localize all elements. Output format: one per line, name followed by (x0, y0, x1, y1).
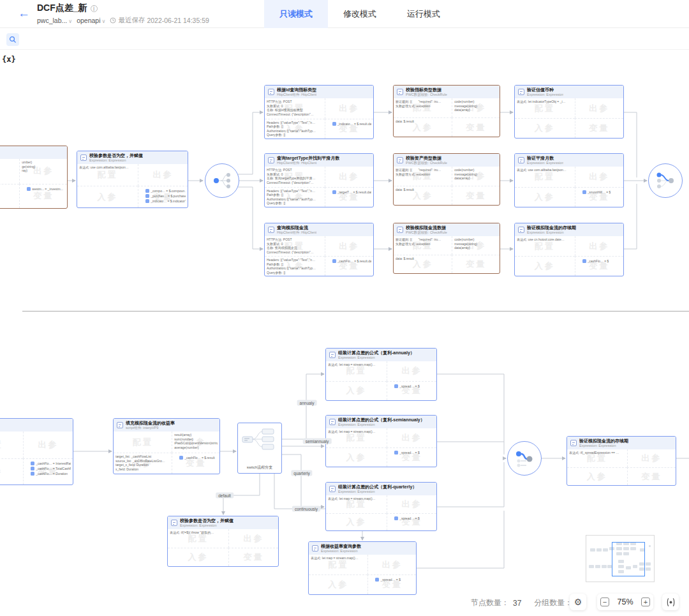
node-count-label: 节点数量： (471, 597, 509, 608)
flow-canvas[interactable]: 配置出参umber)ge(string)ray)入参变量westm... = _… (0, 0, 689, 616)
zoom-in-button[interactable]: + (638, 594, 653, 610)
env-select[interactable]: openapi∨ (77, 17, 105, 24)
settings-button[interactable]: ⚙ (570, 594, 586, 610)
info-icon[interactable]: i (91, 5, 98, 12)
tab-运行模式[interactable]: 运行模式 (392, 0, 456, 28)
canvas-footer: 节点数量： 37 分组数量： 0 ⚙ − 75% + (0, 592, 689, 613)
mode-tabs: 只读模式修改模式运行模式 (264, 0, 456, 28)
edge-label-semiannualy: semiannualy (303, 439, 332, 444)
tab-只读模式[interactable]: 只读模式 (264, 0, 328, 28)
fit-view-button[interactable] (662, 594, 679, 610)
minimap-viewport[interactable] (612, 542, 645, 576)
header: ← DCF点差_新 i pwc_lab...∨ openapi∨ 最近 (0, 0, 689, 28)
fit-view-icon (666, 597, 676, 607)
zoom-out-button[interactable]: − (597, 594, 612, 610)
edge-label-annualy: annualy (297, 400, 317, 406)
workspace-select[interactable]: pwc_lab...∨ (37, 17, 72, 24)
edge-labels-layer: annualysemiannualyquarterlydefaultcontin… (0, 0, 689, 616)
edge-label-continuously: continuously (292, 506, 320, 512)
tab-修改模式[interactable]: 修改模式 (328, 0, 392, 28)
node-count-value: 37 (513, 599, 521, 608)
clock-icon (110, 17, 116, 24)
app-root: 配置出参umber)ge(string)ray)入参变量westm... = _… (0, 0, 689, 616)
chevron-down-icon: ∨ (102, 19, 106, 24)
minimap[interactable] (586, 535, 655, 582)
zoom-controls: − 75% + (597, 594, 653, 610)
back-arrow-icon[interactable]: ← (18, 6, 30, 20)
edge-label-quarterly: quarterly (291, 470, 312, 476)
zoom-level: 75% (612, 597, 638, 606)
save-status: 最近保存 2022-06-21 14:35:59 (110, 16, 209, 25)
gear-icon: ⚙ (574, 597, 582, 607)
chevron-down-icon: ∨ (68, 19, 72, 24)
page-title: DCF点差_新 (37, 3, 87, 14)
edge-label-default: default (216, 493, 233, 499)
group-count-label: 分组数量： (534, 597, 572, 608)
